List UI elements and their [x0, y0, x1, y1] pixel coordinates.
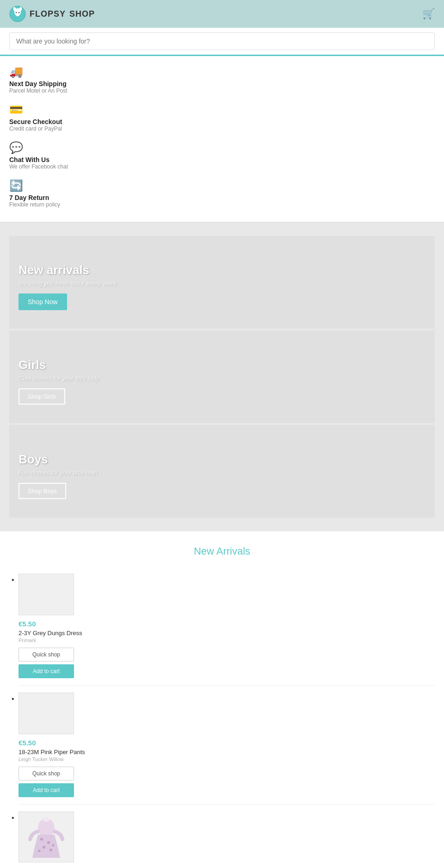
shop-girls-button[interactable]: Shop Girls [18, 388, 65, 405]
shop-now-button[interactable]: Shop Now [18, 293, 67, 310]
hero-boys-subtitle: Fun clothes for your little man [18, 469, 426, 476]
svg-point-4 [16, 12, 17, 13]
feature-chat: 💬 Chat With Us We offer Facebook chat [9, 141, 435, 170]
hero-new-arrivals-subtitle: We bring you fresh stock every week [18, 280, 426, 287]
new-arrivals-title: New Arrivals [9, 545, 435, 557]
svg-point-8 [40, 838, 43, 841]
features-section: 🚚 Next Day Shipping Parcel Motel or An P… [0, 56, 444, 222]
svg-point-14 [43, 817, 50, 822]
svg-point-13 [52, 844, 55, 847]
feature-checkout: 💳 Secure Checkout Credit card or PayPal [9, 103, 435, 132]
svg-point-10 [43, 846, 45, 849]
hero-boys: Boys Fun clothes for your little man Sho… [9, 425, 435, 518]
logo-area: FLOPSY SHOP [9, 6, 95, 22]
chat-subtitle: We offer Facebook chat [9, 163, 435, 170]
product-name-2: 18-23M Pink Piper Pants [18, 749, 435, 756]
hero-boys-title: Boys [18, 452, 426, 467]
shop-boys-button[interactable]: Shop Boys [18, 483, 66, 499]
quick-shop-button-1[interactable]: Quick shop [18, 648, 74, 662]
product-list: €5.50 2-3Y Grey Dungs Dress Primark Quic… [9, 567, 435, 868]
search-bar [0, 28, 444, 56]
feature-shipping: 🚚 Next Day Shipping Parcel Motel or An P… [9, 65, 435, 94]
hero-girls: Girls Cute clothes for your little lady … [9, 331, 435, 423]
product-image-1 [18, 574, 74, 615]
shipping-title: Next Day Shipping [9, 80, 435, 87]
product-price-1: €5.50 [18, 620, 435, 628]
hero-new-arrivals: New arrivals We bring you fresh stock ev… [9, 236, 435, 329]
chat-title: Chat With Us [9, 156, 435, 163]
logo-text: FLOPSY [30, 9, 66, 19]
hero-new-arrivals-title: New arrivals [18, 263, 426, 277]
checkout-subtitle: Credit card or PayPal [9, 125, 435, 132]
shipping-subtitle: Parcel Motel or An Post [9, 87, 435, 94]
product-price-2: €5.50 [18, 739, 435, 747]
header: FLOPSY SHOP 🛒 [0, 0, 444, 28]
list-item: €6.50 18-23M Lilac Flowers Dress Dunnes … [18, 805, 435, 868]
return-subtitle: Flexible return policy [9, 201, 435, 208]
svg-point-9 [47, 841, 50, 844]
svg-point-6 [16, 13, 19, 16]
product-brand-2: Leigh Tucker Willow [18, 756, 435, 762]
shipping-icon: 🚚 [9, 65, 435, 78]
svg-point-11 [49, 849, 52, 851]
list-item: €5.50 18-23M Pink Piper Pants Leigh Tuck… [18, 686, 435, 805]
return-icon: 🔄 [9, 179, 435, 192]
svg-point-12 [38, 850, 41, 852]
feature-return: 🔄 7 Day Return Flexible return policy [9, 179, 435, 208]
cart-icon[interactable]: 🛒 [422, 8, 435, 20]
logo-icon [9, 6, 26, 22]
add-to-cart-button-1[interactable]: Add to cart [18, 664, 74, 678]
hero-girls-title: Girls [18, 358, 426, 372]
add-to-cart-button-2[interactable]: Add to cart [18, 783, 74, 797]
hero-container: New arrivals We bring you fresh stock ev… [0, 222, 444, 531]
product-brand-1: Primark [18, 637, 435, 643]
product-name-1: 2-3Y Grey Dungs Dress [18, 630, 435, 637]
product-image-2 [18, 693, 74, 734]
list-item: €5.50 2-3Y Grey Dungs Dress Primark Quic… [18, 567, 435, 686]
checkout-title: Secure Checkout [9, 118, 435, 125]
quick-shop-button-2[interactable]: Quick shop [18, 767, 74, 781]
checkout-icon: 💳 [9, 103, 435, 116]
dress-svg [28, 814, 65, 860]
search-input[interactable] [9, 32, 435, 50]
return-title: 7 Day Return [9, 194, 435, 201]
chat-icon: 💬 [9, 141, 435, 154]
product-image-3 [18, 812, 74, 862]
hero-girls-subtitle: Cute clothes for your little lady [18, 375, 426, 382]
new-arrivals-section: New Arrivals €5.50 2-3Y Grey Dungs Dress… [0, 531, 444, 868]
logo-text-2: SHOP [69, 9, 95, 19]
svg-point-5 [18, 12, 19, 13]
